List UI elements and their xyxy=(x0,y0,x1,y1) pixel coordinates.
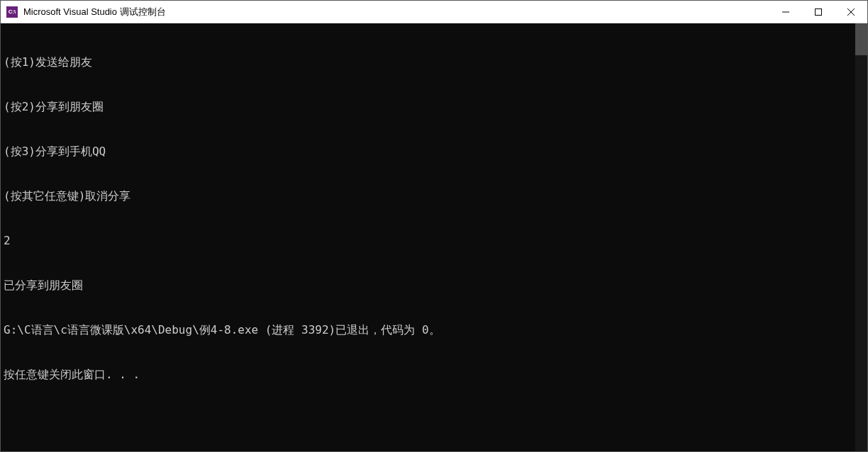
titlebar[interactable]: C:\ Microsoft Visual Studio 调试控制台 xyxy=(1,1,867,23)
maximize-button[interactable] xyxy=(802,1,835,23)
window-title: Microsoft Visual Studio 调试控制台 xyxy=(23,6,769,18)
console-line: (按3)分享到手机QQ xyxy=(4,144,864,159)
console-output[interactable]: (按1)发送给朋友 (按2)分享到朋友圈 (按3)分享到手机QQ (按其它任意键… xyxy=(1,23,867,451)
console-window: C:\ Microsoft Visual Studio 调试控制台 (按1)发送… xyxy=(0,0,868,452)
svg-rect-1 xyxy=(816,9,822,15)
minimize-button[interactable] xyxy=(769,1,802,23)
console-line: 2 xyxy=(4,233,864,248)
console-line: 已分享到朋友圈 xyxy=(4,278,864,293)
vertical-scrollbar[interactable] xyxy=(855,23,867,451)
close-icon xyxy=(847,9,855,16)
app-icon-text: C:\ xyxy=(9,9,16,15)
window-controls xyxy=(769,1,867,23)
console-line: G:\C语言\c语言微课版\x64\Debug\例4-8.exe (进程 339… xyxy=(4,322,864,337)
console-line: (按2)分享到朋友圈 xyxy=(4,99,864,114)
app-icon: C:\ xyxy=(6,6,18,18)
scrollbar-thumb[interactable] xyxy=(855,23,867,55)
close-button[interactable] xyxy=(835,1,867,23)
console-area: (按1)发送给朋友 (按2)分享到朋友圈 (按3)分享到手机QQ (按其它任意键… xyxy=(1,23,867,451)
console-line: (按1)发送给朋友 xyxy=(4,55,864,69)
console-line: (按其它任意键)取消分享 xyxy=(4,188,864,203)
console-line: 按任意键关闭此窗口. . . xyxy=(4,367,864,382)
maximize-icon xyxy=(815,9,822,16)
minimize-icon xyxy=(782,9,789,16)
